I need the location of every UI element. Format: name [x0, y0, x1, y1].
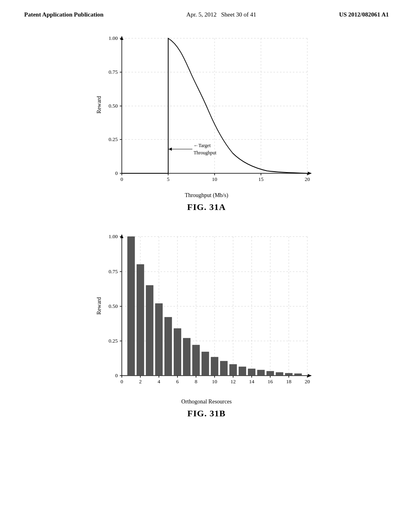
fig31a-chart: 0 0.25 0.50 0.75 1.00 Reward: [94, 30, 319, 191]
svg-rect-95: [183, 338, 190, 376]
svg-text:20: 20: [305, 176, 310, 182]
patent-number-label: US 2012/082061 A1: [339, 11, 389, 18]
svg-text:0: 0: [121, 176, 123, 182]
svg-text:4: 4: [158, 378, 161, 384]
fig31b-title: FIG. 31B: [188, 408, 226, 419]
svg-text:Reward: Reward: [96, 96, 102, 114]
svg-text:←Target: ←Target: [194, 143, 211, 148]
svg-rect-89: [127, 237, 135, 376]
svg-rect-98: [211, 357, 218, 376]
svg-text:Reward: Reward: [96, 297, 102, 315]
svg-rect-102: [248, 369, 255, 376]
svg-text:2: 2: [139, 378, 142, 384]
fig31a-xlabel: Throughput (Mb/s): [185, 192, 228, 199]
svg-rect-94: [174, 328, 181, 376]
svg-text:Throughput: Throughput: [194, 150, 217, 156]
charts-container: 0 0.25 0.50 0.75 1.00 Reward: [0, 18, 413, 419]
svg-rect-101: [239, 367, 246, 376]
fig31b-wrapper: 0 0.25 0.50 0.75 1.00 Reward: [94, 229, 319, 419]
header-date: Apr. 5, 2012: [186, 11, 217, 18]
svg-text:18: 18: [286, 378, 292, 384]
svg-text:0: 0: [115, 170, 118, 176]
fig31b-chart: 0 0.25 0.50 0.75 1.00 Reward: [94, 229, 319, 398]
svg-marker-3: [308, 172, 312, 175]
svg-rect-91: [146, 285, 153, 376]
svg-rect-93: [165, 317, 172, 376]
header-center: Apr. 5, 2012 Sheet 30 of 41: [186, 11, 256, 18]
svg-text:0.50: 0.50: [108, 103, 118, 109]
svg-rect-105: [276, 372, 283, 376]
svg-rect-92: [155, 303, 163, 376]
svg-marker-40: [120, 234, 123, 238]
svg-text:12: 12: [231, 378, 236, 384]
svg-text:1.00: 1.00: [108, 35, 118, 41]
fig31b-xlabel: Orthogonal Resources: [181, 399, 232, 405]
svg-text:8: 8: [195, 378, 198, 384]
svg-text:20: 20: [305, 378, 310, 384]
svg-text:14: 14: [249, 378, 255, 384]
svg-text:0.25: 0.25: [108, 136, 118, 142]
svg-rect-99: [220, 361, 227, 376]
svg-rect-100: [229, 364, 237, 376]
svg-text:10: 10: [212, 176, 217, 182]
svg-text:0.25: 0.25: [108, 338, 118, 344]
svg-rect-104: [267, 371, 274, 376]
svg-text:0.50: 0.50: [108, 303, 118, 309]
svg-text:0: 0: [115, 372, 118, 378]
svg-text:5: 5: [167, 176, 170, 182]
svg-rect-103: [257, 370, 265, 376]
svg-text:1.00: 1.00: [108, 233, 118, 239]
svg-marker-35: [169, 148, 172, 151]
svg-marker-2: [120, 36, 123, 40]
svg-text:0.75: 0.75: [108, 69, 118, 75]
fig31a-title: FIG. 31A: [187, 202, 226, 212]
svg-text:10: 10: [212, 378, 217, 384]
fig31a-wrapper: 0 0.25 0.50 0.75 1.00 Reward: [94, 30, 319, 212]
svg-text:16: 16: [268, 378, 273, 384]
svg-text:0.75: 0.75: [108, 268, 118, 274]
svg-rect-97: [202, 352, 209, 376]
svg-marker-41: [308, 374, 312, 377]
header-sheet: Sheet 30 of 41: [221, 11, 256, 18]
svg-rect-107: [294, 374, 302, 376]
svg-rect-106: [285, 373, 292, 376]
svg-rect-90: [137, 264, 144, 376]
svg-text:6: 6: [176, 378, 179, 384]
svg-text:15: 15: [259, 176, 264, 182]
svg-text:0: 0: [121, 378, 123, 384]
patent-publication-label: Patent Application Publication: [24, 11, 104, 18]
svg-rect-96: [192, 345, 200, 376]
